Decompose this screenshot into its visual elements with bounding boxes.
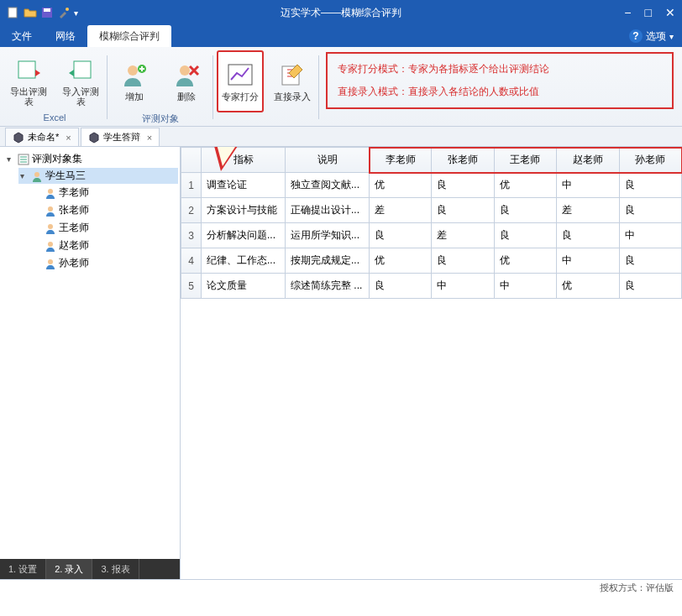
cell-value[interactable]: 良 bbox=[432, 248, 494, 274]
expert-score-button[interactable]: 专家打分 bbox=[217, 50, 264, 112]
cell-value[interactable]: 良 bbox=[494, 223, 556, 248]
cell-value[interactable]: 良 bbox=[619, 248, 681, 274]
tree-teacher[interactable]: 赵老师 bbox=[32, 238, 178, 253]
cell-value[interactable]: 中 bbox=[557, 248, 619, 274]
cell-value[interactable]: 良 bbox=[619, 198, 681, 223]
cell-value[interactable]: 良 bbox=[494, 198, 556, 223]
save-icon[interactable] bbox=[40, 6, 54, 19]
close-icon[interactable]: × bbox=[147, 133, 152, 143]
cell-value[interactable]: 中 bbox=[432, 274, 494, 299]
cell-value[interactable]: 中 bbox=[557, 173, 619, 198]
col-teacher[interactable]: 张老师 bbox=[432, 148, 494, 173]
cell-desc[interactable]: 综述简练完整 ... bbox=[286, 274, 370, 299]
table-row: 3分析解决问题...运用所学知识...良差良良中 bbox=[181, 223, 682, 248]
col-teacher[interactable]: 赵老师 bbox=[557, 148, 619, 173]
svg-point-6 bbox=[128, 65, 138, 76]
minimize-button[interactable]: − bbox=[624, 6, 631, 19]
direct-input-button[interactable]: 直接录入 bbox=[269, 50, 316, 112]
tree-student[interactable]: ▾ 学生马三 bbox=[18, 168, 178, 184]
cell-value[interactable]: 优 bbox=[494, 173, 556, 198]
menu-network[interactable]: 网络 bbox=[44, 25, 87, 47]
tree-student-label: 学生马三 bbox=[45, 169, 86, 183]
tree-teacher[interactable]: 王老师 bbox=[32, 220, 178, 236]
cell-value[interactable]: 优 bbox=[370, 248, 432, 274]
status-bar: 授权方式：评估版 bbox=[0, 579, 682, 596]
cell-desc[interactable]: 独立查阅文献... bbox=[286, 173, 370, 198]
export-icon bbox=[15, 56, 42, 83]
menu-file[interactable]: 文件 bbox=[0, 25, 44, 47]
cell-desc[interactable]: 运用所学知识... bbox=[286, 223, 370, 248]
cell-value[interactable]: 差 bbox=[432, 223, 494, 248]
svg-point-17 bbox=[48, 259, 53, 264]
tab-input[interactable]: 2. 录入 bbox=[46, 559, 92, 579]
cell-indicator[interactable]: 调查论证 bbox=[202, 173, 286, 198]
callout-annotation: 选学生马三，右侧可将各老师平铺 bbox=[204, 147, 422, 171]
row-number: 1 bbox=[181, 173, 202, 198]
import-table-button[interactable]: 导入评测表 bbox=[57, 50, 104, 112]
teacher-icon bbox=[45, 205, 56, 217]
cell-value[interactable]: 良 bbox=[619, 173, 681, 198]
doctab-unnamed[interactable]: 未命名* × bbox=[5, 128, 79, 146]
new-icon[interactable] bbox=[7, 6, 20, 19]
collapse-icon[interactable]: ▾ bbox=[20, 171, 29, 180]
cell-indicator[interactable]: 分析解决问题... bbox=[202, 223, 286, 248]
close-icon[interactable]: × bbox=[66, 133, 71, 143]
tree-teacher[interactable]: 李老师 bbox=[32, 185, 178, 201]
cell-value[interactable]: 优 bbox=[494, 248, 556, 274]
cell-indicator[interactable]: 纪律、工作态... bbox=[202, 248, 286, 274]
add-button[interactable]: 增加 bbox=[111, 50, 158, 112]
ribbon-group-excel: 导出评测表 导入评测表 Excel bbox=[5, 50, 104, 124]
maximize-button[interactable]: □ bbox=[645, 6, 652, 19]
options-button[interactable]: 选项 bbox=[646, 29, 666, 44]
tab-report[interactable]: 3. 报表 bbox=[92, 559, 139, 579]
cell-value[interactable]: 良 bbox=[557, 223, 619, 248]
options-dropdown-icon[interactable]: ▾ bbox=[669, 32, 674, 41]
row-number: 5 bbox=[181, 274, 202, 299]
close-button[interactable]: ✕ bbox=[665, 6, 675, 19]
table-row: 4纪律、工作态...按期完成规定...优良优中良 bbox=[181, 248, 682, 274]
tree-root-label: 评测对象集 bbox=[32, 152, 82, 166]
cell-value[interactable]: 良 bbox=[432, 198, 494, 223]
cell-value[interactable]: 优 bbox=[557, 274, 619, 299]
help-icon[interactable]: ? bbox=[629, 29, 643, 43]
group-target-label: 评测对象 bbox=[111, 112, 210, 124]
cell-desc[interactable]: 正确提出设计... bbox=[286, 198, 370, 223]
checklist-icon bbox=[18, 154, 29, 165]
col-teacher[interactable]: 孙老师 bbox=[619, 148, 681, 173]
import-label: 导入评测表 bbox=[59, 86, 102, 107]
bottom-tabs: 1. 设置 2. 录入 3. 报表 bbox=[0, 559, 180, 579]
tree-root[interactable]: ▾ 评测对象集 bbox=[5, 151, 178, 167]
cell-value[interactable]: 差 bbox=[557, 198, 619, 223]
license-info: 授权方式：评估版 bbox=[600, 582, 674, 594]
tree-teacher[interactable]: 张老师 bbox=[32, 202, 178, 218]
delete-button[interactable]: 删除 bbox=[163, 50, 210, 112]
qat-dropdown-icon[interactable]: ▾ bbox=[74, 6, 87, 19]
col-teacher[interactable]: 王老师 bbox=[494, 148, 556, 173]
tools-icon[interactable] bbox=[57, 6, 71, 19]
menu-right: ? 选项 ▾ bbox=[629, 29, 682, 44]
cell-desc[interactable]: 按期完成规定... bbox=[286, 248, 370, 274]
export-table-button[interactable]: 导出评测表 bbox=[5, 50, 52, 112]
cell-value[interactable]: 良 bbox=[370, 223, 432, 248]
svg-point-3 bbox=[66, 8, 69, 11]
cell-value[interactable]: 良 bbox=[432, 173, 494, 198]
tree-teacher-label: 李老师 bbox=[59, 185, 89, 200]
left-pane: ▾ 评测对象集 ▾ 学生马三 李老师张老师王老师赵老师孙老师 bbox=[0, 147, 181, 579]
cell-indicator[interactable]: 方案设计与技能 bbox=[202, 198, 286, 223]
svg-point-15 bbox=[48, 224, 53, 229]
cell-value[interactable]: 优 bbox=[370, 173, 432, 198]
cell-value[interactable]: 差 bbox=[370, 198, 432, 223]
menu-fuzzy[interactable]: 模糊综合评判 bbox=[87, 25, 171, 47]
tree-teacher[interactable]: 孙老师 bbox=[32, 255, 178, 271]
cell-value[interactable]: 中 bbox=[619, 223, 681, 248]
collapse-icon[interactable]: ▾ bbox=[7, 154, 15, 164]
tab-settings[interactable]: 1. 设置 bbox=[0, 559, 46, 579]
cell-indicator[interactable]: 论文质量 bbox=[202, 274, 286, 299]
cell-value[interactable]: 中 bbox=[494, 274, 556, 299]
svg-rect-5 bbox=[74, 61, 91, 78]
tree-teacher-label: 张老师 bbox=[59, 203, 89, 217]
open-icon[interactable] bbox=[24, 6, 37, 19]
cell-value[interactable]: 良 bbox=[619, 274, 681, 299]
doctab-student[interactable]: 学生答辩 × bbox=[81, 128, 160, 146]
cell-value[interactable]: 良 bbox=[370, 274, 432, 299]
